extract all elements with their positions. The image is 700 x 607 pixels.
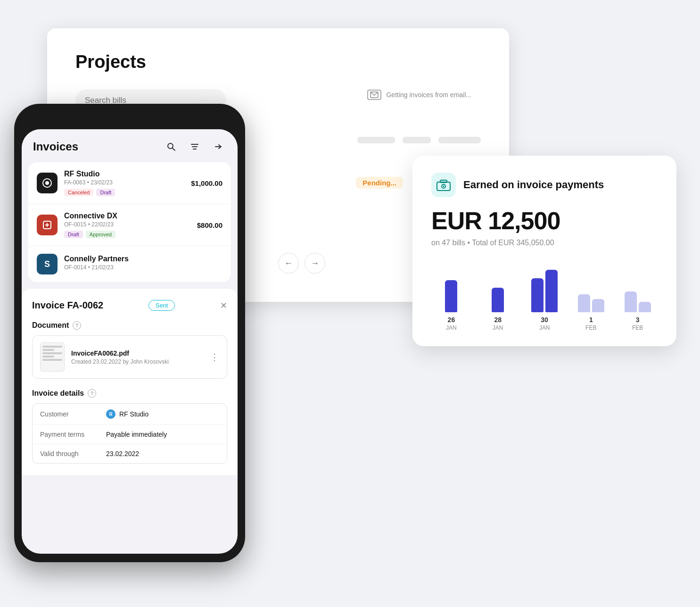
bar-group <box>618 270 658 312</box>
cp-name: Connelly Partners <box>64 255 222 263</box>
invoice-list: RF Studio FA-0063 • 23/02/23 Canceled Dr… <box>28 162 231 282</box>
doc-name: InvoiceFA0062.pdf <box>71 349 203 357</box>
tag-approved-1: Approved <box>86 231 115 238</box>
earnings-header: Earned on invoice payments <box>431 173 658 197</box>
invoice-detail-title: Invoice FA-0062 <box>32 300 103 311</box>
cdx-name: Connective DX <box>64 212 190 220</box>
bar-group <box>478 270 518 312</box>
phone-screen: Invoices <box>22 129 238 554</box>
tag-draft-1: Draft <box>96 189 115 196</box>
svg-point-11 <box>45 181 49 185</box>
customer-key: Customer <box>40 410 106 418</box>
page-title: Projects <box>75 52 481 72</box>
bar <box>625 291 637 312</box>
doc-menu-button[interactable]: ⋮ <box>210 351 219 363</box>
rf-studio-meta: FA-0063 • 23/02/23 <box>64 179 184 186</box>
invoice-details-table: Customer R RF Studio Payment terms Payab… <box>32 403 227 464</box>
ghost-right <box>357 137 481 143</box>
svg-line-5 <box>173 148 175 151</box>
svg-point-18 <box>443 186 445 187</box>
bar-label: 30JAN <box>525 316 565 331</box>
doc-thumbnail <box>40 342 65 372</box>
rf-studio-amount: $1,000.00 <box>191 179 222 187</box>
bar-label: 26JAN <box>431 316 471 331</box>
bar-label: 3FEB <box>618 316 658 331</box>
rf-studio-tags: Canceled Draft <box>64 189 184 196</box>
search-icon-btn[interactable] <box>163 139 179 155</box>
svg-rect-16 <box>440 180 447 183</box>
details-row-customer: Customer R RF Studio <box>33 404 227 425</box>
bar-chart-labels: 26JAN28JAN30JAN1FEB3FEB <box>431 316 658 331</box>
bar <box>531 278 544 312</box>
earnings-amount: EUR 12,500 <box>431 207 658 235</box>
phone-header: Invoices <box>22 129 238 162</box>
next-page-button[interactable]: → <box>305 253 325 274</box>
document-help-icon[interactable]: ? <box>73 321 81 330</box>
rf-studio-logo <box>37 173 58 193</box>
bar <box>578 294 590 312</box>
phone-header-icons <box>163 139 226 155</box>
cdx-amount: $800.00 <box>197 221 222 229</box>
ghost-pill-1 <box>357 137 395 143</box>
close-button[interactable]: ✕ <box>220 300 227 311</box>
bar-label: 1FEB <box>571 316 611 331</box>
cdx-meta: OF-0015 • 22/02/23 <box>64 221 190 228</box>
document-section-label: Document ? <box>32 321 227 330</box>
filter-icon-btn[interactable] <box>187 139 203 155</box>
customer-icon: R <box>106 409 115 419</box>
bar-group <box>571 270 611 312</box>
invoice-detail-header: Invoice FA-0062 Sent ✕ <box>32 300 227 311</box>
sort-icon-btn[interactable] <box>210 139 226 155</box>
bar <box>445 280 457 312</box>
tag-canceled: Canceled <box>64 189 93 196</box>
cdx-tags: Draft Approved <box>64 231 190 238</box>
tag-draft-2: Draft <box>64 231 83 238</box>
invoice-details-help-icon[interactable]: ? <box>88 389 96 398</box>
valid-value: 23.02.2022 <box>106 450 139 457</box>
pending-badge: Pending... <box>356 177 403 189</box>
prev-page-button[interactable]: ← <box>278 253 299 274</box>
document-card[interactable]: InvoiceFA0062.pdf Created 23.02.2022 by … <box>32 335 227 379</box>
bar <box>545 270 558 312</box>
customer-value: R RF Studio <box>106 409 148 419</box>
email-getting-text: Getting invoices from email... <box>386 91 471 99</box>
invoice-detail: Invoice FA-0062 Sent ✕ Document ? <box>22 289 238 475</box>
cp-logo: S <box>37 254 58 274</box>
bar-chart <box>431 260 658 312</box>
ghost-pill-3 <box>438 137 481 143</box>
bar-group <box>525 270 565 312</box>
cdx-logo <box>37 215 58 235</box>
earnings-sub: on 47 bills • Total of EUR 345,050.00 <box>431 239 658 247</box>
email-getting: Getting invoices from email... <box>367 90 471 100</box>
invoice-item-connective[interactable]: Connective DX OF-0015 • 22/02/23 Draft A… <box>28 204 231 246</box>
cp-meta: OF-0014 • 21/02/23 <box>64 264 222 271</box>
earnings-title: Earned on invoice payments <box>463 179 604 191</box>
email-icon <box>367 90 381 100</box>
pagination: ← → <box>278 253 325 274</box>
rf-studio-details: RF Studio FA-0063 • 23/02/23 Canceled Dr… <box>64 170 184 196</box>
doc-created: Created 23.02.2022 by John Krosovski <box>71 358 203 365</box>
sent-badge: Sent <box>148 300 175 311</box>
bar-label: 28JAN <box>478 316 518 331</box>
doc-info: InvoiceFA0062.pdf Created 23.02.2022 by … <box>71 349 203 365</box>
details-row-valid: Valid through 23.02.2022 <box>33 444 227 463</box>
invoice-item-rf-studio[interactable]: RF Studio FA-0063 • 23/02/23 Canceled Dr… <box>28 162 231 204</box>
payment-value: Payable immediately <box>106 431 167 438</box>
ghost-pill-2 <box>403 137 431 143</box>
bar-group <box>431 270 471 312</box>
bar <box>639 302 651 312</box>
phone-notch <box>99 112 160 125</box>
phone-container: Invoices <box>14 104 245 562</box>
bar <box>492 288 504 312</box>
earnings-card: Earned on invoice payments EUR 12,500 on… <box>412 156 676 346</box>
bar <box>592 299 604 312</box>
payment-key: Payment terms <box>40 431 106 438</box>
invoice-details-section-label: Invoice details ? <box>32 389 227 398</box>
valid-key: Valid through <box>40 450 106 457</box>
rf-studio-name: RF Studio <box>64 170 184 178</box>
invoices-title: Invoices <box>33 140 78 153</box>
earnings-icon <box>431 173 456 197</box>
cp-details: Connelly Partners OF-0014 • 21/02/23 <box>64 255 222 274</box>
invoice-item-connelly[interactable]: S Connelly Partners OF-0014 • 21/02/23 <box>28 246 231 282</box>
details-row-payment: Payment terms Payable immediately <box>33 425 227 444</box>
